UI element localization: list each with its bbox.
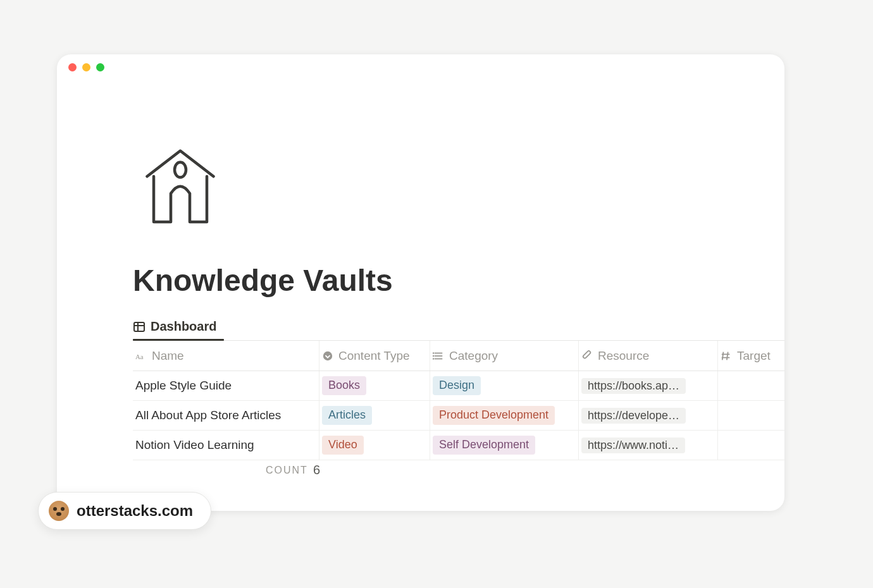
content-type-tag: Books (322, 376, 366, 395)
content-type-tag: Articles (322, 406, 372, 424)
category-tag: Self Development (433, 436, 535, 454)
window-close-button[interactable] (68, 63, 77, 71)
attachment-icon (581, 350, 593, 362)
svg-point-0 (175, 162, 186, 178)
count-value: 6 (313, 463, 320, 477)
category-tag: Design (433, 376, 481, 395)
column-target[interactable]: Target (718, 341, 781, 371)
cell-content-type[interactable]: Books (319, 371, 430, 400)
svg-point-9 (433, 352, 434, 354)
cell-category[interactable]: Design (430, 371, 579, 400)
table-row[interactable]: All About App Store ArticlesArticlesProd… (133, 401, 784, 431)
house-icon (133, 137, 228, 231)
svg-point-10 (433, 355, 434, 357)
column-name[interactable]: Aa Name (133, 341, 319, 371)
cell-resource[interactable]: https://develope… (579, 401, 718, 430)
content-type-tag: Video (322, 436, 364, 454)
table-row[interactable]: Notion Video LearningVideoSelf Developme… (133, 431, 784, 460)
category-tag: Product Development (433, 406, 555, 424)
window-maximize-button[interactable] (96, 63, 104, 71)
cell-name[interactable]: Notion Video Learning (133, 431, 319, 460)
select-icon (322, 350, 333, 362)
watermark-text: otterstacks.com (77, 502, 193, 520)
svg-point-5 (323, 351, 332, 360)
tab-label: Dashboard (151, 319, 216, 334)
otter-icon (49, 501, 69, 521)
table-icon (133, 321, 146, 333)
cell-content-type[interactable]: Video (319, 431, 430, 460)
cell-target[interactable] (718, 431, 781, 460)
cell-target[interactable] (718, 371, 781, 400)
window-titlebar (57, 54, 784, 80)
cell-target[interactable] (718, 401, 781, 430)
table-row[interactable]: Apple Style GuideBooksDesignhttps://book… (133, 371, 784, 401)
cell-name[interactable]: All About App Store Articles (133, 401, 319, 430)
cell-resource[interactable]: https://books.ap… (579, 371, 718, 400)
table-footer: COUNT 6 (133, 463, 784, 477)
column-category[interactable]: Category (430, 341, 579, 371)
watermark-badge[interactable]: otterstacks.com (38, 492, 211, 530)
app-window: Knowledge Vaults Dashboard Aa Name (57, 54, 784, 511)
cell-category[interactable]: Product Development (430, 401, 579, 430)
window-minimize-button[interactable] (82, 63, 90, 71)
number-icon (721, 350, 732, 362)
column-resource[interactable]: Resource (579, 341, 718, 371)
resource-link[interactable]: https://books.ap… (581, 378, 686, 394)
cell-resource[interactable]: https://www.noti… (579, 431, 718, 460)
table-body: Apple Style GuideBooksDesignhttps://book… (133, 371, 784, 460)
page-icon[interactable] (133, 137, 784, 231)
multiselect-icon (433, 350, 444, 362)
table-header: Aa Name Content Type Category Resource (133, 341, 784, 371)
cell-name[interactable]: Apple Style Guide (133, 371, 319, 400)
tab-dashboard[interactable]: Dashboard (133, 315, 224, 340)
svg-rect-1 (134, 322, 144, 331)
column-content-type[interactable]: Content Type (319, 341, 430, 371)
count-label: COUNT (266, 465, 308, 476)
svg-text:Aa: Aa (135, 352, 144, 360)
page-content: Knowledge Vaults Dashboard Aa Name (57, 137, 784, 477)
database-table: Aa Name Content Type Category Resource (133, 341, 784, 460)
page-title[interactable]: Knowledge Vaults (133, 263, 784, 298)
cell-content-type[interactable]: Articles (319, 401, 430, 430)
svg-point-11 (433, 358, 434, 360)
cell-category[interactable]: Self Development (430, 431, 579, 460)
resource-link[interactable]: https://www.noti… (581, 438, 685, 453)
text-icon: Aa (135, 350, 147, 362)
resource-link[interactable]: https://develope… (581, 408, 686, 424)
view-tabs: Dashboard (133, 315, 784, 341)
